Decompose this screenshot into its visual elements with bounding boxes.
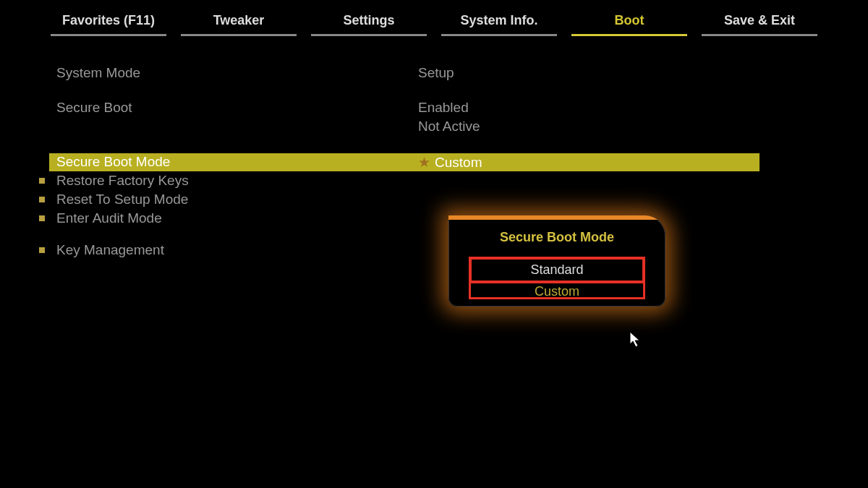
system-mode-label: System Mode xyxy=(56,65,418,81)
popup-options: Standard Custom xyxy=(448,257,665,304)
secure-boot-mode-value: ★Custom xyxy=(418,154,760,171)
secure-boot-status-value: Not Active xyxy=(418,119,832,134)
restore-factory-keys-item[interactable]: Restore Factory Keys xyxy=(39,171,832,190)
tab-settings[interactable]: Settings xyxy=(311,13,427,36)
tab-save-exit[interactable]: Save & Exit xyxy=(702,13,817,36)
popup-option-standard[interactable]: Standard xyxy=(469,257,645,283)
tab-tweaker[interactable]: Tweaker xyxy=(181,13,297,36)
secure-boot-row: Secure Boot Enabled xyxy=(56,100,832,116)
secure-boot-mode-row[interactable]: Secure Boot Mode ★Custom xyxy=(49,153,760,171)
system-mode-value: Setup xyxy=(418,65,832,81)
popup-title: Secure Boot Mode xyxy=(448,220,665,257)
key-management-item[interactable]: Key Management xyxy=(39,241,832,260)
secure-boot-mode-label: Secure Boot Mode xyxy=(56,154,418,171)
tab-system-info[interactable]: System Info. xyxy=(441,13,557,36)
star-icon: ★ xyxy=(418,155,430,170)
popup-option-custom[interactable]: Custom xyxy=(469,283,645,299)
tab-bar: Favorites (F11) Tweaker Settings System … xyxy=(0,0,868,36)
content-area: System Mode Setup Secure Boot Enabled No… xyxy=(0,36,868,260)
secure-boot-value: Enabled xyxy=(418,100,832,116)
secure-boot-mode-popup: Secure Boot Mode Standard Custom xyxy=(448,215,665,307)
tab-boot[interactable]: Boot xyxy=(571,13,687,36)
tab-favorites[interactable]: Favorites (F11) xyxy=(51,13,166,36)
bullet-icon xyxy=(39,215,45,221)
bullet-icon xyxy=(39,247,45,253)
reset-setup-mode-item[interactable]: Reset To Setup Mode xyxy=(39,190,832,209)
secure-boot-status-row: Not Active xyxy=(56,119,832,134)
system-mode-row: System Mode Setup xyxy=(56,65,832,81)
enter-audit-mode-item[interactable]: Enter Audit Mode xyxy=(39,209,832,228)
bullet-icon xyxy=(39,178,45,184)
cursor-icon xyxy=(629,331,642,351)
bullet-icon xyxy=(39,197,45,202)
secure-boot-label: Secure Boot xyxy=(56,100,418,116)
